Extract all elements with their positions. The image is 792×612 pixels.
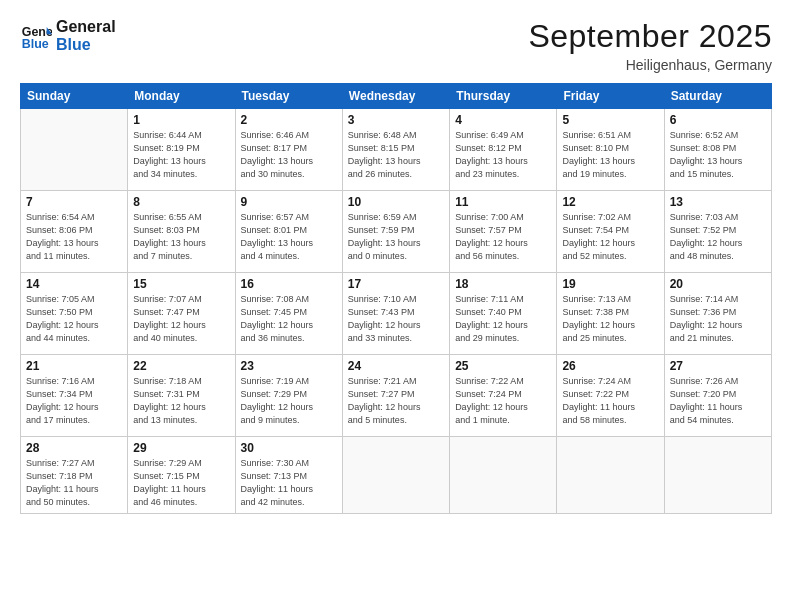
calendar-cell: 4Sunrise: 6:49 AM Sunset: 8:12 PM Daylig… <box>450 109 557 191</box>
day-info: Sunrise: 7:27 AM Sunset: 7:18 PM Dayligh… <box>26 457 122 509</box>
day-number: 17 <box>348 277 444 291</box>
day-number: 29 <box>133 441 229 455</box>
calendar-cell: 3Sunrise: 6:48 AM Sunset: 8:15 PM Daylig… <box>342 109 449 191</box>
day-number: 10 <box>348 195 444 209</box>
calendar-cell: 22Sunrise: 7:18 AM Sunset: 7:31 PM Dayli… <box>128 355 235 437</box>
day-number: 11 <box>455 195 551 209</box>
logo-line1: General <box>56 18 116 36</box>
day-number: 20 <box>670 277 766 291</box>
day-number: 5 <box>562 113 658 127</box>
calendar-cell: 1Sunrise: 6:44 AM Sunset: 8:19 PM Daylig… <box>128 109 235 191</box>
calendar-cell: 7Sunrise: 6:54 AM Sunset: 8:06 PM Daylig… <box>21 191 128 273</box>
day-number: 12 <box>562 195 658 209</box>
day-info: Sunrise: 6:59 AM Sunset: 7:59 PM Dayligh… <box>348 211 444 263</box>
calendar-cell: 8Sunrise: 6:55 AM Sunset: 8:03 PM Daylig… <box>128 191 235 273</box>
day-info: Sunrise: 7:18 AM Sunset: 7:31 PM Dayligh… <box>133 375 229 427</box>
calendar-cell: 28Sunrise: 7:27 AM Sunset: 7:18 PM Dayli… <box>21 437 128 514</box>
calendar-cell: 21Sunrise: 7:16 AM Sunset: 7:34 PM Dayli… <box>21 355 128 437</box>
day-number: 30 <box>241 441 337 455</box>
header-sunday: Sunday <box>21 84 128 109</box>
day-number: 13 <box>670 195 766 209</box>
day-number: 4 <box>455 113 551 127</box>
day-info: Sunrise: 6:44 AM Sunset: 8:19 PM Dayligh… <box>133 129 229 181</box>
svg-text:Blue: Blue <box>22 38 49 52</box>
day-info: Sunrise: 7:21 AM Sunset: 7:27 PM Dayligh… <box>348 375 444 427</box>
header-thursday: Thursday <box>450 84 557 109</box>
calendar-cell: 27Sunrise: 7:26 AM Sunset: 7:20 PM Dayli… <box>664 355 771 437</box>
header-saturday: Saturday <box>664 84 771 109</box>
day-number: 9 <box>241 195 337 209</box>
calendar-table: Sunday Monday Tuesday Wednesday Thursday… <box>20 83 772 514</box>
calendar-cell: 30Sunrise: 7:30 AM Sunset: 7:13 PM Dayli… <box>235 437 342 514</box>
day-info: Sunrise: 7:19 AM Sunset: 7:29 PM Dayligh… <box>241 375 337 427</box>
day-info: Sunrise: 6:54 AM Sunset: 8:06 PM Dayligh… <box>26 211 122 263</box>
calendar-cell: 19Sunrise: 7:13 AM Sunset: 7:38 PM Dayli… <box>557 273 664 355</box>
day-number: 27 <box>670 359 766 373</box>
day-number: 16 <box>241 277 337 291</box>
day-number: 15 <box>133 277 229 291</box>
calendar-cell: 9Sunrise: 6:57 AM Sunset: 8:01 PM Daylig… <box>235 191 342 273</box>
day-number: 7 <box>26 195 122 209</box>
calendar-cell: 5Sunrise: 6:51 AM Sunset: 8:10 PM Daylig… <box>557 109 664 191</box>
day-info: Sunrise: 7:10 AM Sunset: 7:43 PM Dayligh… <box>348 293 444 345</box>
calendar-cell: 18Sunrise: 7:11 AM Sunset: 7:40 PM Dayli… <box>450 273 557 355</box>
weekday-header-row: Sunday Monday Tuesday Wednesday Thursday… <box>21 84 772 109</box>
calendar-cell: 29Sunrise: 7:29 AM Sunset: 7:15 PM Dayli… <box>128 437 235 514</box>
header-friday: Friday <box>557 84 664 109</box>
calendar-cell: 25Sunrise: 7:22 AM Sunset: 7:24 PM Dayli… <box>450 355 557 437</box>
day-info: Sunrise: 7:03 AM Sunset: 7:52 PM Dayligh… <box>670 211 766 263</box>
day-info: Sunrise: 6:46 AM Sunset: 8:17 PM Dayligh… <box>241 129 337 181</box>
calendar-cell: 6Sunrise: 6:52 AM Sunset: 8:08 PM Daylig… <box>664 109 771 191</box>
header-monday: Monday <box>128 84 235 109</box>
day-number: 26 <box>562 359 658 373</box>
day-info: Sunrise: 7:07 AM Sunset: 7:47 PM Dayligh… <box>133 293 229 345</box>
day-info: Sunrise: 6:52 AM Sunset: 8:08 PM Dayligh… <box>670 129 766 181</box>
calendar-cell: 17Sunrise: 7:10 AM Sunset: 7:43 PM Dayli… <box>342 273 449 355</box>
calendar-cell <box>450 437 557 514</box>
day-number: 2 <box>241 113 337 127</box>
day-number: 18 <box>455 277 551 291</box>
calendar-cell <box>21 109 128 191</box>
logo-line2: Blue <box>56 36 116 54</box>
day-info: Sunrise: 7:30 AM Sunset: 7:13 PM Dayligh… <box>241 457 337 509</box>
day-number: 25 <box>455 359 551 373</box>
day-number: 23 <box>241 359 337 373</box>
day-info: Sunrise: 7:02 AM Sunset: 7:54 PM Dayligh… <box>562 211 658 263</box>
calendar-cell: 15Sunrise: 7:07 AM Sunset: 7:47 PM Dayli… <box>128 273 235 355</box>
logo: General Blue General Blue <box>20 18 116 55</box>
day-number: 6 <box>670 113 766 127</box>
day-info: Sunrise: 6:57 AM Sunset: 8:01 PM Dayligh… <box>241 211 337 263</box>
day-info: Sunrise: 7:26 AM Sunset: 7:20 PM Dayligh… <box>670 375 766 427</box>
day-number: 24 <box>348 359 444 373</box>
calendar-cell: 14Sunrise: 7:05 AM Sunset: 7:50 PM Dayli… <box>21 273 128 355</box>
calendar-cell <box>557 437 664 514</box>
calendar-cell: 11Sunrise: 7:00 AM Sunset: 7:57 PM Dayli… <box>450 191 557 273</box>
month-title: September 2025 <box>528 18 772 55</box>
location-subtitle: Heiligenhaus, Germany <box>528 57 772 73</box>
day-info: Sunrise: 6:48 AM Sunset: 8:15 PM Dayligh… <box>348 129 444 181</box>
calendar-cell: 12Sunrise: 7:02 AM Sunset: 7:54 PM Dayli… <box>557 191 664 273</box>
day-number: 28 <box>26 441 122 455</box>
day-info: Sunrise: 7:05 AM Sunset: 7:50 PM Dayligh… <box>26 293 122 345</box>
calendar-cell <box>342 437 449 514</box>
calendar-cell: 24Sunrise: 7:21 AM Sunset: 7:27 PM Dayli… <box>342 355 449 437</box>
calendar-cell: 10Sunrise: 6:59 AM Sunset: 7:59 PM Dayli… <box>342 191 449 273</box>
day-info: Sunrise: 6:51 AM Sunset: 8:10 PM Dayligh… <box>562 129 658 181</box>
day-info: Sunrise: 7:00 AM Sunset: 7:57 PM Dayligh… <box>455 211 551 263</box>
day-info: Sunrise: 7:11 AM Sunset: 7:40 PM Dayligh… <box>455 293 551 345</box>
day-info: Sunrise: 7:14 AM Sunset: 7:36 PM Dayligh… <box>670 293 766 345</box>
day-number: 1 <box>133 113 229 127</box>
header-wednesday: Wednesday <box>342 84 449 109</box>
calendar-cell: 23Sunrise: 7:19 AM Sunset: 7:29 PM Dayli… <box>235 355 342 437</box>
page-header: General Blue General Blue September 2025… <box>20 18 772 73</box>
calendar-cell: 26Sunrise: 7:24 AM Sunset: 7:22 PM Dayli… <box>557 355 664 437</box>
calendar-cell <box>664 437 771 514</box>
day-number: 21 <box>26 359 122 373</box>
day-info: Sunrise: 7:08 AM Sunset: 7:45 PM Dayligh… <box>241 293 337 345</box>
day-number: 3 <box>348 113 444 127</box>
day-number: 14 <box>26 277 122 291</box>
header-tuesday: Tuesday <box>235 84 342 109</box>
day-info: Sunrise: 6:49 AM Sunset: 8:12 PM Dayligh… <box>455 129 551 181</box>
day-info: Sunrise: 7:16 AM Sunset: 7:34 PM Dayligh… <box>26 375 122 427</box>
day-number: 22 <box>133 359 229 373</box>
